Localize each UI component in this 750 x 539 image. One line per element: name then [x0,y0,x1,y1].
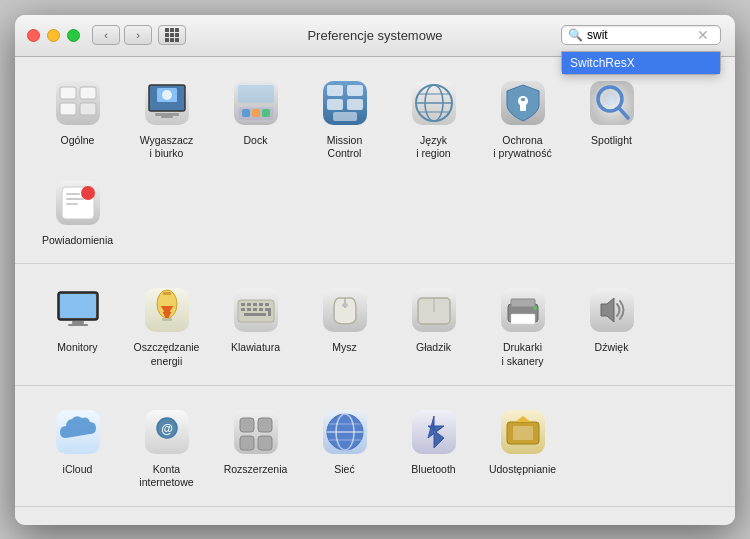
konta-icon: @ [141,406,193,458]
svg-rect-64 [268,308,271,316]
pref-item-oszczedzanie[interactable]: Oszczędzanieenergii [124,278,209,374]
svg-rect-4 [80,103,96,115]
forward-button[interactable]: › [124,25,152,45]
pref-item-dysk[interactable]: Dyskstartowy [480,521,565,525]
back-button[interactable]: ‹ [92,25,120,45]
svg-point-67 [342,303,348,307]
pref-item-ogolne[interactable]: Ogólne [35,71,120,167]
autocomplete-item-switchresx[interactable]: SwitchResX [562,52,720,74]
svg-point-36 [603,92,617,106]
dock-icon [230,77,282,129]
svg-rect-20 [327,99,343,110]
svg-rect-53 [241,303,245,306]
powiadomienia-label: Powiadomienia [42,234,113,248]
svg-rect-55 [253,303,257,306]
pref-item-dyktowanie[interactable]: Dyktowaniei mowa [302,521,387,525]
pref-item-wygaszacz[interactable]: Wygaszaczi biurko [124,71,209,167]
svg-rect-61 [259,308,263,311]
svg-rect-56 [259,303,263,306]
svg-point-75 [533,306,537,310]
minimize-button[interactable] [47,29,60,42]
pref-item-dock[interactable]: Dock [213,71,298,167]
siec-icon [319,406,371,458]
oszczedzanie-label: Oszczędzanieenergii [134,341,200,368]
ochrona-icon [497,77,549,129]
svg-rect-63 [244,313,266,316]
pref-item-nadzor[interactable]: Nadzórrodzicielski [124,521,209,525]
pref-item-konta[interactable]: @ Kontainternetowe [124,400,209,496]
pref-item-bluetooth[interactable]: Bluetooth [391,400,476,496]
pref-item-udostepnianie[interactable]: Udostępnianie [480,400,565,496]
svg-rect-60 [253,308,257,311]
oszczedzanie-icon [141,284,193,336]
svg-rect-49 [163,292,171,295]
pref-item-timemachine[interactable]: TimeMachine [569,521,654,525]
monitory-label: Monitory [57,341,97,355]
pref-item-data[interactable]: 15 Data i czas [391,521,476,525]
pref-item-spotlight[interactable]: Spotlight [569,71,654,167]
monitory-icon [52,284,104,336]
svg-rect-21 [347,99,363,110]
titlebar: ‹ › Preferencje systemowe 🔍 ✕ SwitchResX [15,15,735,57]
svg-rect-85 [258,436,272,450]
bluetooth-icon [408,406,460,458]
maximize-button[interactable] [67,29,80,42]
pref-item-klawiatura[interactable]: Klawiatura [213,278,298,374]
icloud-icon [52,406,104,458]
search-container: 🔍 ✕ SwitchResX [561,25,721,45]
drukarki-label: Drukarkii skanery [501,341,543,368]
pref-item-uzytkownicy[interactable]: Użytkownicyi grupy [35,521,120,525]
svg-rect-73 [511,299,535,307]
section-personal: Ogólne Wygaszaczi [15,57,735,264]
wygaszacz-icon [141,77,193,129]
search-input[interactable] [587,28,697,42]
konta-label: Kontainternetowe [139,463,193,490]
svg-rect-9 [155,113,179,116]
pref-item-mysz[interactable]: Mysz [302,278,387,374]
spotlight-label: Spotlight [591,134,632,148]
pref-item-gladzik[interactable]: Gładzik [391,278,476,374]
pref-item-mission[interactable]: MissionControl [302,71,387,167]
mysz-icon [319,284,371,336]
dock-label: Dock [244,134,268,148]
svg-text:@: @ [161,422,173,436]
svg-rect-1 [60,87,76,99]
bluetooth-label: Bluetooth [411,463,455,477]
search-clear-button[interactable]: ✕ [697,28,709,42]
pref-item-drukarki[interactable]: Drukarkii skanery [480,278,565,374]
mission-label: MissionControl [327,134,363,161]
svg-rect-59 [247,308,251,311]
ochrona-label: Ochronai prywatność [493,134,551,161]
pref-item-powiadomienia[interactable]: Powiadomienia [35,171,120,254]
svg-rect-31 [520,104,526,111]
close-button[interactable] [27,29,40,42]
dzwiek-label: Dźwięk [595,341,629,355]
pref-item-rozszerzenia[interactable]: Rozszerzenia [213,400,298,496]
pref-item-dzwiek[interactable]: Dźwięk [569,278,654,374]
pref-item-siec[interactable]: Sieć [302,400,387,496]
grid-icon [165,28,179,42]
pref-item-icloud[interactable]: iCloud [35,400,120,496]
klawiatura-icon [230,284,282,336]
pref-item-jezyk[interactable]: Języki region [391,71,476,167]
rozszerzenia-label: Rozszerzenia [224,463,288,477]
section-system: Użytkownicyi grupy Nadzórrodzicielski [15,506,735,525]
pref-item-ochrona[interactable]: Ochronai prywatność [480,71,565,167]
svg-rect-96 [513,426,533,440]
grid-view-button[interactable] [158,25,186,45]
svg-rect-22 [333,112,357,121]
pref-item-appstore[interactable]: App Store [213,521,298,525]
main-window: ‹ › Preferencje systemowe 🔍 ✕ SwitchResX [15,15,735,525]
drukarki-icon [497,284,549,336]
search-icon: 🔍 [568,28,583,42]
pref-item-monitory[interactable]: Monitory [35,278,120,374]
svg-rect-84 [240,436,254,450]
content-area: Ogólne Wygaszaczi [15,57,735,525]
mission-icon [319,77,371,129]
traffic-lights [27,29,80,42]
dzwiek-icon [586,284,638,336]
section-internet-grid: iCloud @ Kontainternetowe [35,400,715,496]
svg-rect-19 [347,85,363,96]
svg-rect-58 [241,308,245,311]
rozszerzenia-icon [230,406,282,458]
